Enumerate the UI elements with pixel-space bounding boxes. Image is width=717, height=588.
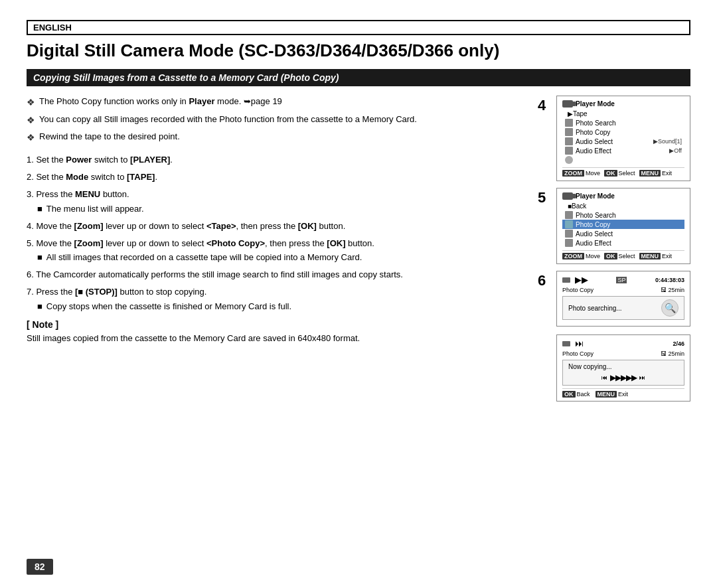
step-7: 7. Press the [■ (STOP)] button to stop c… xyxy=(27,286,518,312)
step-num-6: 6 xyxy=(538,272,552,289)
screen4-row-photosearch: Photo Search xyxy=(562,118,684,127)
screen4-row-audioselect: Audio Select ▶Sound[1] xyxy=(562,137,684,146)
screen-group-5: 5 Player Mode ■Back Photo Search xyxy=(538,188,690,264)
screen4-row-audioeffect: Audio Effect ▶Off xyxy=(562,146,684,155)
bullet-3: ❖ Rewind the tape to the desired point. xyxy=(27,131,518,145)
section-header: Copying Still Images from a Cassette to … xyxy=(27,69,690,86)
page-number-box: 82 xyxy=(27,559,53,575)
screen5-row-audioeffect: Audio Effect xyxy=(562,238,684,248)
screen5-row-photocopy: Photo Copy xyxy=(562,220,684,229)
step-1: 1. Set the Power switch to [PLAYER]. xyxy=(27,154,518,166)
screen-5: Player Mode ■Back Photo Search Photo Cop… xyxy=(556,188,690,264)
screen5-row-audioselect: Audio Select xyxy=(562,229,684,238)
step-6: 6. The Camcorder automatically performs … xyxy=(27,269,518,281)
note-title: [ Note ] xyxy=(27,319,518,330)
screen-6a: ▶▶ SP 0:44:38:03 Photo Copy 🖫 25min xyxy=(556,271,690,327)
page-title: Digital Still Camera Mode (SC-D363/D364/… xyxy=(27,40,690,61)
screen6b-footer: OK Back MENU Exit xyxy=(562,388,684,398)
screen-4: Player Mode ▶Tape Photo Search Photo Cop… xyxy=(556,96,690,181)
screen-group-6: 6 ▶▶ SP 0:44:38:03 Photo xyxy=(538,271,690,405)
screen-group-4: 4 Player Mode ▶Tape Photo Search xyxy=(538,96,690,181)
bullet-2: ❖ You can copy all Still images recorded… xyxy=(27,113,518,127)
screen5-footer: ZOOM Move OK Select MENU Exit xyxy=(562,250,684,259)
screen5-title: Player Mode xyxy=(576,192,615,200)
step-5: 5. Move the [Zoom] lever up or down to s… xyxy=(27,238,518,263)
screen4-row-gear xyxy=(562,155,684,165)
screen4-footer: ZOOM Move OK Select MENU Exit xyxy=(562,167,684,177)
copying-box: Now copying... ⏮ ▶▶▶▶▶ ⏭ xyxy=(562,360,684,386)
bullet-1: ❖ The Photo Copy function works only in … xyxy=(27,96,518,110)
note-text: Still images copied from the cassette to… xyxy=(27,332,518,344)
english-badge: ENGLISH xyxy=(27,20,690,35)
searching-box: Photo searching... 🔍 xyxy=(562,296,684,320)
step-num-4: 4 xyxy=(538,97,552,114)
step-4: 4. Move the [Zoom] lever up or down to s… xyxy=(27,220,518,232)
screen-6b: ⏭ 2/46 Photo Copy 🖫 25min xyxy=(556,334,690,402)
screen4-row-photocopy: Photo Copy xyxy=(562,127,684,137)
step-num-5: 5 xyxy=(538,189,552,206)
screen4-title: Player Mode xyxy=(576,100,615,108)
screen5-row-photosearch: Photo Search xyxy=(562,210,684,220)
step-3: 3. Press the MENU button. ■ The menu lis… xyxy=(27,188,518,214)
step-2: 2. Set the Mode switch to [TAPE]. xyxy=(27,171,518,183)
